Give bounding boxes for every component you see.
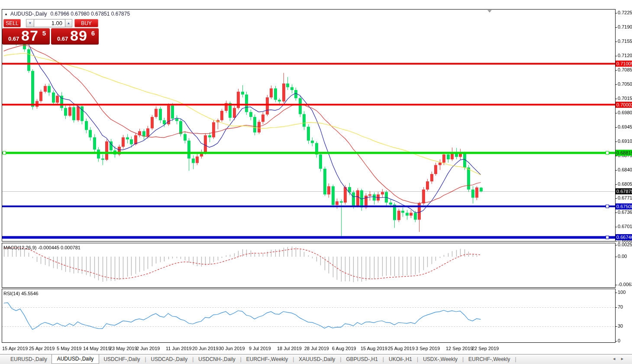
buy-price-prefix: 0.67 [57,35,68,42]
price-axis-tick: 0.69100 [618,139,632,144]
macd-label: MACD(12,26,9) -0.000445 0.000781 [3,245,81,250]
buy-price-big: 89 [70,27,87,44]
tab-separator: | [340,356,341,362]
collapse-triangle-icon[interactable]: ▲ [4,12,8,16]
price-axis-tick: 0.68050 [618,181,632,187]
date-axis-label: 15 Aug 2019 [361,346,387,351]
date-axis-label: 12 Sep 2019 [446,346,473,351]
date-axis-label: 11 Jun 2019 [166,346,192,351]
symbol-tab-bar: EURUSD-,DailyAUDUSD-,DailyUSDCHF-,Daily|… [0,354,632,364]
chart-tab-usdcad-daily[interactable]: USDCAD-,Daily [147,355,192,364]
price-axis-tick: 0.69800 [618,110,632,116]
price-axis-tick: 0.69450 [618,124,632,130]
price-chart-canvas[interactable] [0,0,632,354]
price-tag-0.67875: 0.67875 [616,188,632,194]
tabs-scroll-left-icon[interactable]: ◄ [612,357,620,361]
date-axis-label: 14 May 2019 [83,346,111,351]
tabs-scroll-right-icon[interactable]: ► [620,357,629,361]
sell-price-big: 87 [21,27,39,44]
macd-axis-tick: 0.00 [618,254,627,259]
tab-separator: | [293,356,294,362]
buy-price-box[interactable]: 0.67 89 6 [51,28,99,45]
date-axis-label: 20 Jun 2019 [192,346,219,351]
buy-price-pip: 6 [91,29,95,37]
price-tag-0.70002: 0.70002 [616,102,632,108]
price-axis-tick: 0.71900 [618,24,632,30]
date-axis-label: 9 Jul 2019 [249,346,271,351]
date-axis-label: 15 Apr 2019 [2,346,28,351]
date-axis-label: 23 May 2019 [110,346,137,351]
price-tag-0.71005: 0.71005 [616,61,632,67]
price-axis-tick: 0.72250 [618,10,632,16]
date-axis-label: 18 Jul 2019 [277,346,302,351]
date-axis-label: 2 Jun 2019 [136,346,160,351]
sell-price-pip: 5 [42,29,46,37]
price-axis-tick: 0.68400 [618,167,632,173]
date-axis-label: 22 Sep 2019 [472,346,499,351]
price-axis-tick: 0.70150 [618,96,632,101]
date-axis-label: 25 Apr 2019 [29,346,55,351]
rsi-label: RSI(14) 45.5546 [3,291,39,296]
macd-axis-tick: 0.002574 [618,242,632,248]
date-axis-label: 28 Jul 2019 [304,346,329,351]
price-axis-tick: 0.71200 [618,53,632,58]
sell-price-prefix: 0.67 [8,35,19,42]
tab-separator: | [192,356,193,362]
tab-separator: | [240,356,242,362]
chart-tab-eurchf-weekly[interactable]: EURCHF-,Weekly [464,355,514,364]
price-tag-0.66746: 0.66746 [616,234,632,240]
chart-title: ▲AUDUSD-,Daily0.67966 0.67980 0.67851 0.… [4,11,130,17]
volume-decrease-icon[interactable]: ▼ [26,19,34,27]
trading-platform-window: H4D1W1MN ▲AUDUSD-,Daily0.67966 0.67980 0… [0,0,632,364]
sell-button[interactable]: SELL [3,19,21,27]
tab-separator: | [417,356,418,362]
chart-tab-eurchf-weekly[interactable]: EURCHF-,Weekly [242,355,292,364]
volume-increase-icon[interactable]: ▲ [65,19,72,27]
rsi-axis-tick: 0 [618,338,620,344]
chart-tab-audusd-daily[interactable]: AUDUSD-,Daily [52,354,100,364]
macd-axis-tick: -0.006326 [618,282,632,287]
chart-tab-usdx-weekly[interactable]: USDX-,Weekly [419,355,462,364]
chart-tab-usdchf-daily[interactable]: USDCHF-,Daily [99,355,144,364]
price-axis-tick: 0.70850 [618,67,632,73]
chart-tab-eurusd-daily[interactable]: EURUSD-,Daily [6,355,52,364]
date-axis-label: 5 May 2019 [57,346,81,351]
price-axis-tick: 0.67010 [618,224,632,229]
tab-separator: | [462,356,464,362]
date-axis-label: 6 Aug 2019 [332,346,356,351]
chart-tab-xauusd-daily[interactable]: XAUUSD-,Daily [294,355,339,364]
tab-separator: | [515,356,516,362]
price-tag-0.67508: 0.67508 [616,203,632,209]
tab-separator: | [145,356,146,362]
sell-price-box[interactable]: 0.67 87 5 [2,28,50,45]
price-axis-tick: 0.70500 [618,81,632,87]
buy-button[interactable]: BUY [74,19,98,27]
date-axis-label: 25 Aug 2019 [388,346,415,351]
price-axis-tick: 0.67710 [618,195,632,201]
chart-symbol-label: AUDUSD-,Daily [10,11,47,17]
chart-ohlc-values: 0.67966 0.67980 0.67851 0.67875 [51,11,130,17]
tab-separator: | [383,356,384,362]
rsi-axis-tick: 30 [618,323,623,329]
chart-tab-usdcnh-daily[interactable]: USDCNH-,Daily [194,355,239,364]
volume-input[interactable]: 1.00 [34,19,65,27]
rsi-axis-tick: 70 [618,304,623,310]
price-axis-tick: 0.71550 [618,39,632,44]
chart-tab-ukoil-h1[interactable]: UKOil-,H1 [384,355,416,364]
price-axis-tick: 0.67360 [618,209,632,215]
price-tag-0.68819: 0.68819 [616,150,632,156]
chart-tab-gbpusd-h1[interactable]: GBPUSD-,H1 [342,355,382,364]
rsi-axis-tick: 100 [618,290,626,295]
date-axis-label: 30 Jun 2019 [219,346,245,351]
date-axis-label: 3 Sep 2019 [416,346,440,351]
